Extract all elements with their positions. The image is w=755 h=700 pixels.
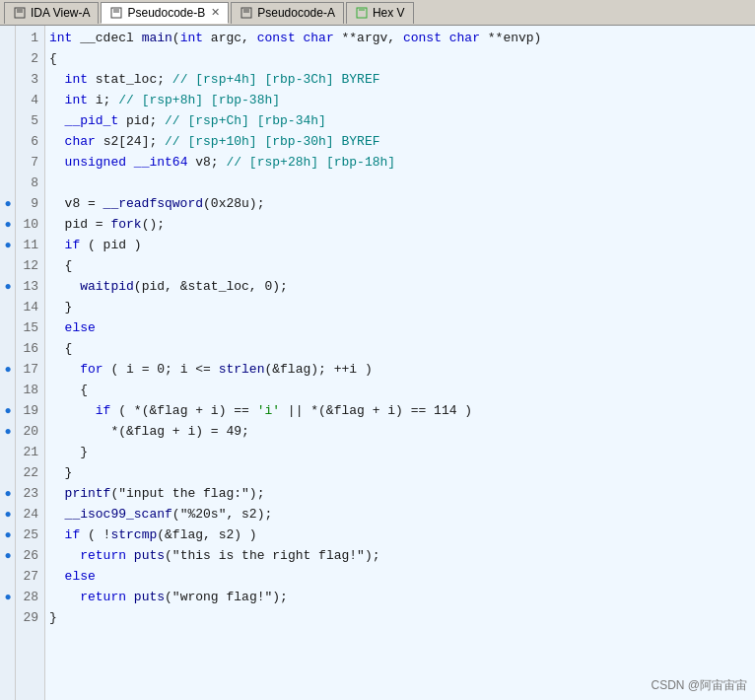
code-line-28: return puts("wrong flag!"); [49,587,751,607]
breakpoint-10[interactable] [0,214,16,235]
tab-bar: IDA View-A Pseudocode-B ✕ Pseudocode-A H… [0,0,755,26]
code-line-6: char s2[24]; // [rsp+10h] [rbp-30h] BYRE… [49,131,751,152]
breakpoint-23[interactable] [0,483,16,504]
line-number-18: 18 [22,380,38,400]
line-number-27: 27 [22,566,38,587]
breakpoint-13[interactable] [0,276,16,297]
tab-pseudocode-a-label: Pseudocode-A [257,6,335,20]
breakpoint-17[interactable] [0,359,16,380]
line-number-20: 20 [22,421,38,442]
code-line-12: { [49,255,751,276]
pseudocode-b-icon [109,6,123,20]
breakpoint-11[interactable] [0,235,16,255]
hex-v-icon [355,6,369,20]
line-number-1: 1 [22,28,38,48]
line-number-16: 16 [22,338,38,359]
line-number-19: 19 [22,400,38,421]
breakpoint-25[interactable] [0,525,16,545]
code-line-14: } [49,297,751,317]
code-line-8 [49,173,751,193]
pseudocode-a-icon [240,6,253,20]
line-number-25: 25 [22,525,38,545]
breakpoint-gutter [0,26,16,700]
breakpoint-22[interactable] [0,462,16,483]
line-number-29: 29 [22,607,38,628]
breakpoint-2[interactable] [0,48,16,69]
code-line-27: else [49,566,751,587]
breakpoint-7[interactable] [0,152,16,173]
breakpoint-3[interactable] [0,69,16,90]
code-line-1: int __cdecl main(int argc, const char **… [49,28,751,48]
code-line-4: int i; // [rsp+8h] [rbp-38h] [49,90,751,110]
code-container: 1234567891011121314151617181920212223242… [0,26,755,700]
breakpoint-9[interactable] [0,193,16,214]
tab-ida-view-a[interactable]: IDA View-A [4,2,99,24]
code-line-19: if ( *(&flag + i) == 'i' || *(&flag + i)… [49,400,751,421]
tab-pseudocode-b-close[interactable]: ✕ [211,6,220,19]
line-number-8: 8 [22,173,38,193]
code-line-16: { [49,338,751,359]
code-line-18: { [49,380,751,400]
ida-view-icon [13,6,27,20]
line-number-22: 22 [22,462,38,483]
breakpoint-29[interactable] [0,607,16,628]
breakpoint-15[interactable] [0,317,16,338]
line-numbers: 1234567891011121314151617181920212223242… [16,26,45,700]
tab-hex-v-label: Hex V [373,6,405,20]
line-number-13: 13 [22,276,38,297]
line-number-5: 5 [22,110,38,131]
tab-hex-v[interactable]: Hex V [346,2,414,24]
breakpoint-12[interactable] [0,255,16,276]
tab-pseudocode-b[interactable]: Pseudocode-B ✕ [101,2,229,24]
line-number-24: 24 [22,504,38,525]
tab-pseudocode-b-label: Pseudocode-B [127,6,205,20]
breakpoint-26[interactable] [0,545,16,566]
code-line-20: *(&flag + i) = 49; [49,421,751,442]
code-line-9: v8 = __readfsqword(0x28u); [49,193,751,214]
tab-ida-view-a-label: IDA View-A [31,6,90,20]
code-line-7: unsigned __int64 v8; // [rsp+28h] [rbp-1… [49,152,751,173]
breakpoint-4[interactable] [0,90,16,110]
breakpoint-16[interactable] [0,338,16,359]
line-number-4: 4 [22,90,38,110]
line-number-17: 17 [22,359,38,380]
code-line-11: if ( pid ) [49,235,751,255]
code-line-23: printf("input the flag:"); [49,483,751,504]
line-number-28: 28 [22,587,38,607]
code-line-26: return puts("this is the right flag!"); [49,545,751,566]
code-line-24: __isoc99_scanf("%20s", s2); [49,504,751,525]
line-number-7: 7 [22,152,38,173]
code-line-13: waitpid(pid, &stat_loc, 0); [49,276,751,297]
code-content[interactable]: int __cdecl main(int argc, const char **… [45,26,755,700]
breakpoint-20[interactable] [0,421,16,442]
breakpoint-24[interactable] [0,504,16,525]
tab-pseudocode-a[interactable]: Pseudocode-A [231,2,344,24]
line-number-3: 3 [22,69,38,90]
code-line-25: if ( !strcmp(&flag, s2) ) [49,525,751,545]
line-number-2: 2 [22,48,38,69]
code-line-21: } [49,442,751,462]
code-line-15: else [49,317,751,338]
line-number-26: 26 [22,545,38,566]
code-line-29: } [49,607,751,628]
line-number-14: 14 [22,297,38,317]
breakpoint-19[interactable] [0,400,16,421]
watermark: CSDN @阿宙宙宙 [651,677,747,694]
code-line-10: pid = fork(); [49,214,751,235]
line-number-10: 10 [22,214,38,235]
line-number-21: 21 [22,442,38,462]
breakpoint-1[interactable] [0,28,16,48]
code-line-2: { [49,48,751,69]
breakpoint-21[interactable] [0,442,16,462]
breakpoint-27[interactable] [0,566,16,587]
breakpoint-18[interactable] [0,380,16,400]
breakpoint-8[interactable] [0,173,16,193]
breakpoint-5[interactable] [0,110,16,131]
code-line-5: __pid_t pid; // [rsp+Ch] [rbp-34h] [49,110,751,131]
line-number-6: 6 [22,131,38,152]
breakpoint-6[interactable] [0,131,16,152]
breakpoint-14[interactable] [0,297,16,317]
line-number-15: 15 [22,317,38,338]
line-number-9: 9 [22,193,38,214]
breakpoint-28[interactable] [0,587,16,607]
